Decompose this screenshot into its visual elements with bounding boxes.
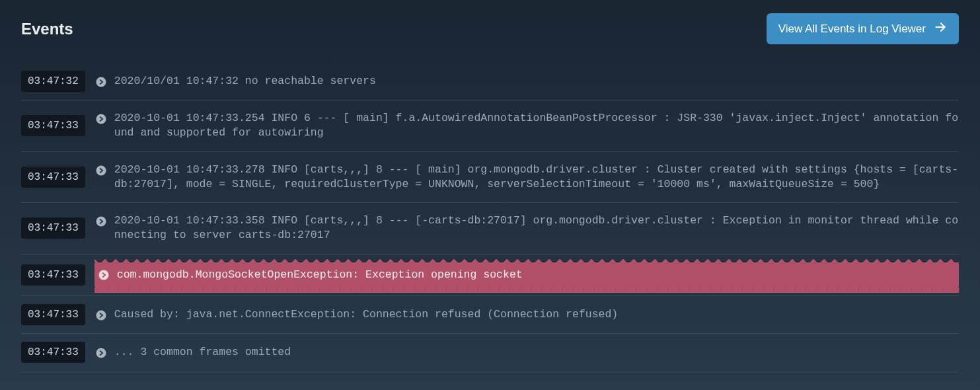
timestamp-badge: 03:47:33 <box>21 304 85 325</box>
timestamp-badge: 03:47:33 <box>21 167 85 188</box>
event-row: 03:47:332020-10-01 10:47:33.278 INFO [ca… <box>21 152 959 204</box>
svg-point-1 <box>96 77 106 87</box>
event-text: com.mongodb.MongoSocketOpenException: Ex… <box>117 268 952 282</box>
event-body-error: com.mongodb.MongoSocketOpenException: Ex… <box>94 262 959 288</box>
event-text: Caused by: java.net.ConnectException: Co… <box>114 307 959 322</box>
arrow-right-icon <box>934 20 947 37</box>
view-all-label: View All Events in Log Viewer <box>778 22 926 36</box>
event-text: 2020/10/01 10:47:32 no reachable servers <box>114 74 959 89</box>
event-body: Caused by: java.net.ConnectException: Co… <box>94 305 959 325</box>
chevron-right-icon[interactable] <box>94 215 108 228</box>
event-text: 2020-10-01 10:47:33.254 INFO 6 --- [ mai… <box>114 111 959 141</box>
event-row: 03:47:332020-10-01 10:47:33.358 INFO [ca… <box>21 203 959 254</box>
event-text: 2020-10-01 10:47:33.278 INFO [carts,,,] … <box>114 163 959 192</box>
chevron-right-icon[interactable] <box>94 346 108 360</box>
view-all-events-button[interactable]: View All Events in Log Viewer <box>767 13 959 44</box>
svg-point-2 <box>96 114 106 124</box>
svg-point-3 <box>96 165 106 175</box>
event-row: 03:47:332020-10-01 10:47:33.254 INFO 6 -… <box>21 100 959 152</box>
svg-point-5 <box>98 270 108 280</box>
timestamp-badge: 03:47:33 <box>21 264 85 286</box>
event-row: 03:47:33com.mongodb.MongoSocketOpenExcep… <box>21 254 959 296</box>
page-title: Events <box>21 20 73 38</box>
svg-point-6 <box>96 310 106 320</box>
event-row: 03:47:33Caused by: java.net.ConnectExcep… <box>21 296 959 334</box>
chevron-right-icon[interactable] <box>97 268 110 282</box>
timestamp-badge: 03:47:32 <box>21 71 85 92</box>
svg-point-7 <box>96 348 106 358</box>
chevron-right-icon[interactable] <box>94 112 108 126</box>
event-row: 03:47:33... 3 common frames omitted <box>21 334 959 371</box>
event-text: 2020-10-01 10:47:33.358 INFO [carts,,,] … <box>114 214 959 243</box>
event-body: 2020/10/01 10:47:32 no reachable servers <box>94 71 959 91</box>
timestamp-badge: 03:47:33 <box>21 115 85 136</box>
event-body: ... 3 common frames omitted <box>94 342 959 362</box>
timestamp-badge: 03:47:33 <box>21 217 85 239</box>
chevron-right-icon[interactable] <box>94 164 108 177</box>
events-header: Events View All Events in Log Viewer <box>21 13 959 44</box>
events-list: 03:47:322020/10/01 10:47:32 no reachable… <box>21 63 959 371</box>
event-body: 2020-10-01 10:47:33.278 INFO [carts,,,] … <box>94 160 959 195</box>
event-body: 2020-10-01 10:47:33.254 INFO 6 --- [ mai… <box>94 108 959 143</box>
chevron-right-icon[interactable] <box>94 75 108 89</box>
chevron-right-icon[interactable] <box>94 309 108 322</box>
event-row: 03:47:322020/10/01 10:47:32 no reachable… <box>21 63 959 100</box>
timestamp-badge: 03:47:33 <box>21 342 85 363</box>
event-body: 2020-10-01 10:47:33.358 INFO [carts,,,] … <box>94 211 959 246</box>
svg-point-4 <box>96 217 106 227</box>
event-text: ... 3 common frames omitted <box>114 345 959 360</box>
